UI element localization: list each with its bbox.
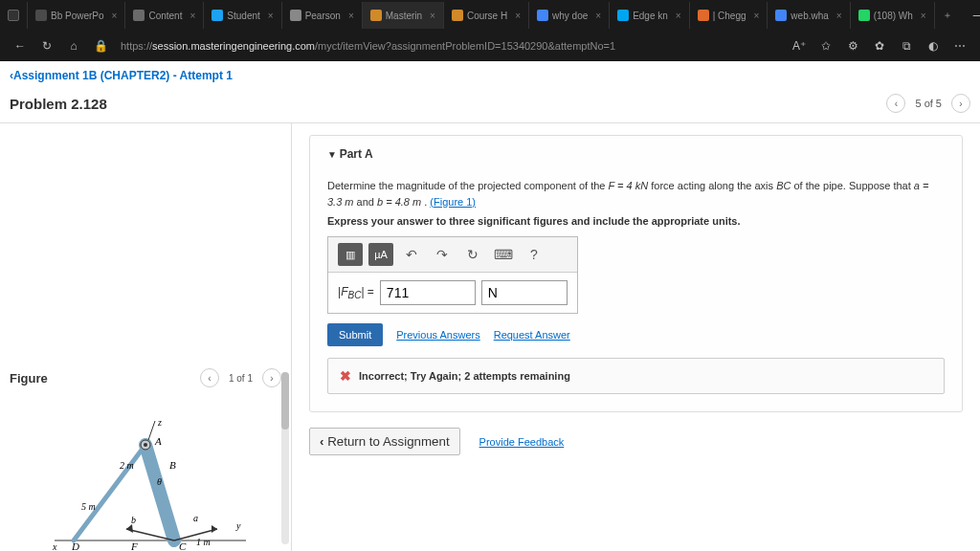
browser-tab[interactable]: Student× — [204, 2, 281, 29]
tab-close-icon[interactable]: × — [676, 11, 681, 21]
part-a-box: Part A Determine the magnitude of the pr… — [309, 135, 963, 412]
settings-icon[interactable]: ⚙ — [846, 39, 859, 53]
tab-close-icon[interactable]: × — [268, 11, 274, 21]
tab-label: Course H — [467, 11, 507, 21]
refresh-icon[interactable]: ↻ — [40, 39, 54, 53]
svg-line-7 — [148, 421, 155, 440]
tab-label: Masterin — [386, 11, 422, 21]
svg-text:z: z — [157, 417, 162, 428]
tab-close-icon[interactable]: × — [754, 11, 760, 21]
feedback-text: Incorrect; Try Again; 2 attempts remaini… — [359, 370, 570, 382]
browser-tab[interactable]: web.wha× — [768, 2, 850, 29]
problem-header: Problem 2.128 ‹ 5 of 5 › — [0, 90, 980, 123]
question-text: Determine the magnitude of the projected… — [327, 178, 945, 209]
answer-value-input[interactable] — [380, 280, 476, 305]
problem-position: 5 of 5 — [915, 98, 942, 109]
feedback-box: ✖ Incorrect; Try Again; 2 attempts remai… — [327, 358, 945, 394]
svg-text:1 m: 1 m — [196, 537, 211, 547]
answer-unit-input[interactable] — [481, 280, 568, 305]
tab-favicon — [133, 10, 145, 21]
problem-prev-button[interactable]: ‹ — [886, 94, 905, 113]
browser-tab[interactable]: Masterin× — [363, 2, 444, 29]
tab-close-icon[interactable]: × — [348, 11, 354, 21]
figure-link[interactable]: (Figure 1) — [430, 196, 476, 208]
new-tab-button[interactable]: ＋ — [935, 2, 960, 29]
problem-next-button[interactable]: › — [951, 94, 970, 113]
units-tool-icon[interactable]: µA — [368, 243, 393, 266]
submit-button[interactable]: Submit — [327, 323, 383, 346]
svg-text:B: B — [169, 459, 176, 471]
tab-close-icon[interactable]: × — [595, 11, 601, 21]
address-bar[interactable]: https://session.masteringengineering.com… — [121, 40, 779, 52]
svg-text:x: x — [52, 541, 57, 551]
answer-widget: ▥ µA ↶ ↷ ↻ ⌨ ? |FBC| = — [327, 236, 578, 314]
favorites-icon[interactable]: ✿ — [873, 39, 886, 53]
svg-text:5 m: 5 m — [81, 501, 96, 512]
tab-window-list[interactable] — [0, 2, 28, 29]
home-icon[interactable]: ⌂ — [67, 39, 80, 53]
tab-label: | Chegg — [713, 11, 746, 21]
tab-label: Content — [148, 11, 182, 21]
problem-pager: ‹ 5 of 5 › — [886, 94, 970, 113]
svg-text:C: C — [179, 540, 187, 551]
ai-icon[interactable]: A⁺ — [792, 39, 806, 53]
breadcrumb-back[interactable]: ‹Assignment 1B (CHAPTER2) — [10, 69, 169, 82]
svg-line-2 — [74, 445, 145, 540]
browser-tab-strip: Bb PowerPo×Content×Student×Pearson×Maste… — [0, 0, 980, 31]
svg-marker-6 — [126, 524, 133, 533]
collections-icon[interactable]: ⧉ — [900, 39, 913, 53]
browser-tab[interactable]: why doe× — [529, 2, 610, 29]
help-icon[interactable]: ? — [522, 243, 546, 266]
svg-marker-4 — [212, 525, 217, 533]
tab-favicon — [698, 10, 709, 21]
browser-tab[interactable]: Edge kn× — [610, 2, 690, 29]
more-icon[interactable]: ⋯ — [953, 39, 967, 53]
redo-icon[interactable]: ↷ — [430, 243, 455, 266]
tab-close-icon[interactable]: × — [921, 11, 926, 21]
tab-favicon — [35, 10, 47, 21]
tab-favicon — [290, 10, 301, 21]
figure-panel: Figure ‹ 1 of 1 › A B C — [0, 123, 292, 551]
browser-tab[interactable]: Content× — [125, 2, 204, 29]
figure-diagram: A B C D F x y z 2 m 5 m 1 m a b θ — [10, 416, 281, 551]
figure-scrollbar[interactable] — [281, 372, 289, 544]
browser-tab[interactable]: | Chegg× — [690, 2, 768, 29]
return-to-assignment-button[interactable]: Return to Assignment — [309, 428, 460, 455]
tab-favicon — [212, 10, 223, 21]
previous-answers-link[interactable]: Previous Answers — [396, 329, 479, 341]
browser-tab[interactable]: Course H× — [444, 2, 529, 29]
tab-close-icon[interactable]: × — [430, 11, 435, 21]
browser-tab[interactable]: Pearson× — [282, 2, 363, 29]
tab-close-icon[interactable]: × — [836, 11, 842, 21]
browser-tab[interactable]: (108) Wh× — [851, 2, 935, 29]
tab-favicon — [617, 10, 629, 21]
window-minimize-icon[interactable]: — — [973, 9, 980, 22]
browser-toolbar: ← ↻ ⌂ 🔒 https://session.masteringenginee… — [0, 31, 980, 61]
keyboard-icon[interactable]: ⌨ — [491, 243, 516, 266]
reset-icon[interactable]: ↻ — [460, 243, 485, 266]
tab-label: Edge kn — [633, 11, 668, 21]
svg-text:y: y — [235, 520, 241, 531]
tab-favicon — [537, 10, 548, 21]
tab-close-icon[interactable]: × — [189, 11, 195, 21]
star-icon[interactable]: ✩ — [819, 39, 833, 53]
fraction-tool-icon[interactable]: ▥ — [338, 243, 363, 266]
tab-close-icon[interactable]: × — [515, 11, 521, 21]
profile-icon[interactable]: ◐ — [926, 39, 940, 53]
tab-label: web.wha — [791, 11, 828, 21]
figure-prev-button[interactable]: ‹ — [200, 368, 219, 387]
figure-title: Figure — [10, 371, 48, 386]
tab-close-icon[interactable]: × — [112, 11, 118, 21]
back-icon[interactable]: ← — [13, 39, 27, 53]
browser-tab[interactable]: Bb PowerPo× — [28, 2, 125, 29]
provide-feedback-link[interactable]: Provide Feedback — [479, 436, 565, 448]
svg-text:θ: θ — [157, 476, 162, 487]
part-label[interactable]: Part A — [327, 147, 945, 161]
tab-label: Student — [227, 11, 259, 21]
svg-text:D: D — [71, 540, 79, 551]
tab-label: Bb PowerPo — [51, 11, 104, 21]
breadcrumb: ‹Assignment 1B (CHAPTER2) - Attempt 1 — [0, 61, 980, 90]
figure-next-button[interactable]: › — [262, 368, 281, 387]
undo-icon[interactable]: ↶ — [399, 243, 424, 266]
request-answer-link[interactable]: Request Answer — [494, 329, 570, 341]
